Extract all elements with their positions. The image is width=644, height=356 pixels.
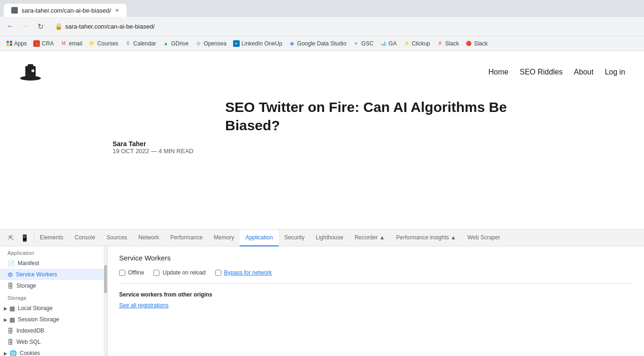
other-origins-section: Service workers from other origins See a… — [119, 291, 633, 309]
gdrive-icon: ▲ — [163, 40, 169, 47]
tab-bar: sara-taher.com/can-ai-be-biased/ ✕ — [0, 0, 644, 17]
back-button[interactable]: ← — [4, 20, 17, 33]
sidebar-item-service-workers[interactable]: ⚙ Service Workers — [0, 269, 104, 280]
sidebar-item-session-storage[interactable]: ▶ ▦ Session Storage — [0, 314, 104, 325]
nav-login[interactable]: Log in — [605, 68, 625, 76]
bookmark-linkedin-label: LinkedIn OneUp — [242, 40, 282, 47]
tab-sources[interactable]: Sources — [101, 230, 133, 246]
bookmark-gsc[interactable]: ≡ GSC — [350, 38, 376, 49]
bookmark-calendar[interactable]: 6 Calendar — [122, 38, 159, 49]
bypass-checkbox[interactable] — [215, 270, 221, 276]
article-date: 19 OCT 2022 — 4 MIN READ — [113, 148, 193, 155]
tab-lighthouse[interactable]: Lighthouse — [310, 230, 349, 246]
bookmark-ga[interactable]: 📊 GA — [377, 38, 399, 49]
tab-network[interactable]: Network — [133, 230, 165, 246]
bookmark-linkedin[interactable]: in LinkedIn OneUp — [230, 38, 285, 49]
bookmark-apps[interactable]: Apps — [4, 38, 30, 49]
svg-text:?: ? — [32, 69, 33, 72]
devtools-device-icon[interactable]: 📱 — [19, 232, 30, 244]
lock-icon: 🔒 — [55, 23, 62, 30]
service-workers-title: Service Workers — [119, 254, 633, 262]
tab-close-button[interactable]: ✕ — [115, 7, 119, 14]
tab-console[interactable]: Console — [69, 230, 101, 246]
gsc-icon: ≡ — [353, 40, 359, 47]
devtools-icons: ⇱ 📱 — [2, 232, 34, 244]
devtools-tabs: ⇱ 📱 Elements Console Sources Network Per… — [0, 230, 644, 246]
sidebar-item-local-storage[interactable]: ▶ ▦ Local Storage — [0, 303, 104, 314]
offline-checkbox[interactable] — [119, 270, 125, 276]
sidebar-item-indexeddb[interactable]: 🗄 IndexedDB — [0, 325, 104, 336]
update-checkbox[interactable] — [153, 270, 159, 276]
tab-favicon — [11, 7, 18, 14]
tab-web-scraper[interactable]: Web Scraper — [462, 230, 506, 246]
devtools-main-panel: Service Workers Offline Update on reload… — [108, 246, 644, 356]
offline-label: Offline — [128, 269, 144, 276]
article-author: Sara Taher — [113, 140, 146, 148]
sidebar-scrollbar[interactable] — [104, 246, 107, 356]
see-all-registrations-link[interactable]: See all registrations — [119, 302, 168, 309]
bookmark-gdrive[interactable]: ▲ GDrive — [160, 38, 191, 49]
nav-seo-riddles[interactable]: SEO Riddles — [520, 68, 563, 76]
address-bar[interactable]: 🔒 sara-taher.com/can-ai-be-biased/ — [49, 20, 640, 33]
sidebar-storage-label: Storage — [0, 291, 104, 303]
forward-button[interactable]: → — [19, 20, 32, 33]
nav-home[interactable]: Home — [488, 68, 508, 76]
bookmark-email-label: email — [69, 40, 83, 47]
sidebar-item-manifest[interactable]: 📄 Manifest — [0, 258, 104, 269]
indexeddb-icon: 🗄 — [8, 327, 14, 334]
tab-security[interactable]: Security — [279, 230, 310, 246]
tab-elements[interactable]: Elements — [34, 230, 69, 246]
session-storage-icon: ▦ — [9, 316, 15, 323]
local-storage-icon: ▦ — [9, 305, 15, 312]
browser-chrome: sara-taher.com/can-ai-be-biased/ ✕ ← → ↻… — [0, 0, 644, 51]
clickup-icon: ⚡ — [403, 40, 410, 47]
bookmark-clickup[interactable]: ⚡ Clickup — [401, 38, 433, 49]
bookmark-gdrive-label: GDrive — [171, 40, 189, 47]
bookmark-apps-label: Apps — [14, 40, 27, 47]
bookmarks-bar: Apps 🍁 CRA M email 📁 Courses 6 Calendar … — [0, 36, 644, 51]
sidebar-scrollbar-thumb[interactable] — [104, 265, 107, 293]
article-title: SEO Twitter on Fire: Can AI Algorithms B… — [225, 98, 553, 134]
bookmark-opensea-label: Opensea — [204, 40, 227, 47]
service-workers-icon: ⚙ — [8, 271, 13, 278]
reload-button[interactable]: ↻ — [34, 20, 47, 33]
address-text: sara-taher.com/can-ai-be-biased/ — [65, 23, 155, 30]
bookmark-email[interactable]: M email — [58, 38, 85, 49]
tab-performance-insights[interactable]: Performance insights ▲ — [391, 230, 462, 246]
bookmark-slack2-label: Slack — [474, 40, 487, 47]
devtools-panel: ⇱ 📱 Elements Console Sources Network Per… — [0, 229, 644, 356]
bypass-for-network-option[interactable]: Bypass for network — [215, 269, 272, 276]
tab-recorder[interactable]: Recorder ▲ — [349, 230, 391, 246]
devtools-cursor-icon[interactable]: ⇱ — [6, 232, 17, 244]
cookies-icon: 🌐 — [9, 350, 17, 356]
update-on-reload-option[interactable]: Update on reload — [153, 269, 205, 276]
bookmark-slack2[interactable]: 🔴 Slack — [462, 38, 490, 49]
email-icon: M — [61, 40, 67, 47]
session-storage-arrow-icon: ▶ — [4, 317, 8, 322]
bookmark-gsc-label: GSC — [361, 40, 373, 47]
tab-memory[interactable]: Memory — [208, 230, 240, 246]
bookmark-opensea[interactable]: ⊙ Opensea — [192, 38, 229, 49]
bookmark-google-data-studio[interactable]: ◉ Google Data Studio — [286, 38, 349, 49]
devtools-body: Application 📄 Manifest ⚙ Service Workers… — [0, 246, 644, 356]
bookmark-ga-label: GA — [388, 40, 396, 47]
offline-option[interactable]: Offline — [119, 269, 144, 276]
nav-about[interactable]: About — [574, 68, 594, 76]
bookmark-cra[interactable]: 🍁 CRA — [30, 38, 56, 49]
bookmark-slack1[interactable]: # Slack — [434, 38, 462, 49]
ga-icon: 📊 — [380, 40, 386, 47]
sidebar-item-cookies[interactable]: ▶ 🌐 Cookies — [0, 348, 104, 356]
bypass-link[interactable]: Bypass for network — [224, 269, 272, 276]
bookmark-courses[interactable]: 📁 Courses — [86, 38, 121, 49]
bookmark-calendar-label: Calendar — [133, 40, 156, 47]
tab-performance[interactable]: Performance — [165, 230, 208, 246]
svg-rect-2 — [28, 64, 33, 67]
sidebar-item-storage[interactable]: 🗄 Storage — [0, 280, 104, 291]
sidebar-item-web-sql[interactable]: 🗄 Web SQL — [0, 336, 104, 348]
site-header: ? Home SEO Riddles About Log in — [0, 60, 644, 93]
logo-hat-icon: ? — [19, 60, 42, 84]
browser-tab[interactable]: sara-taher.com/can-ai-be-biased/ ✕ — [4, 4, 127, 17]
devtools-sidebar: Application 📄 Manifest ⚙ Service Workers… — [0, 246, 108, 356]
tab-application[interactable]: Application — [240, 230, 279, 246]
service-workers-options: Offline Update on reload Bypass for netw… — [119, 269, 633, 284]
